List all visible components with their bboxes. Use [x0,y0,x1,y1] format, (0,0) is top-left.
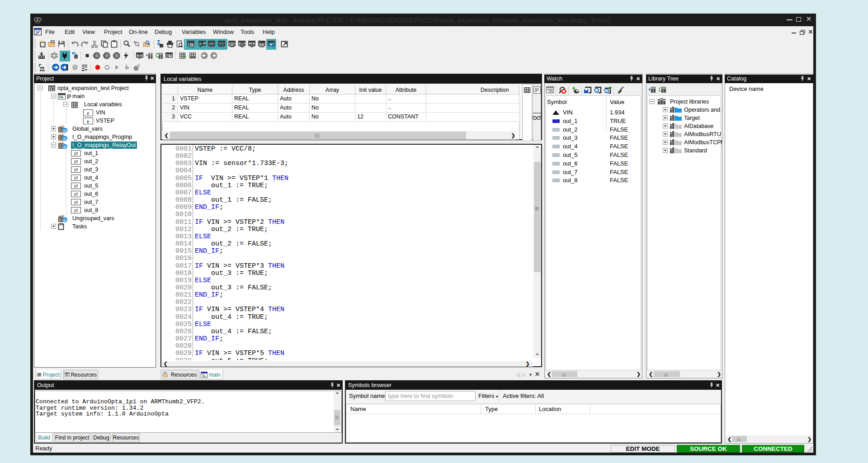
svg-text:P: P [67,93,71,100]
svg-text:r: r [87,118,90,123]
svg-text:t/f: t/f [74,168,78,172]
svg-text:t/f: t/f [74,184,78,189]
svg-text:t/f: t/f [74,160,78,164]
svg-text:t/f: t/f [74,192,78,197]
svg-text:t/f: t/f [74,200,78,205]
svg-text:t/f: t/f [74,176,78,180]
svg-text:G: G [63,136,66,141]
svg-text:PLC: PLC [35,21,40,24]
svg-text:t/f: t/f [74,208,78,213]
svg-text:r: r [87,110,90,115]
svg-text:G: G [63,144,66,149]
svg-text:G: G [63,128,66,133]
svg-text:G: G [63,217,66,222]
svg-text:t/f: t/f [74,151,78,156]
svg-text:✷: ✷ [40,39,43,44]
